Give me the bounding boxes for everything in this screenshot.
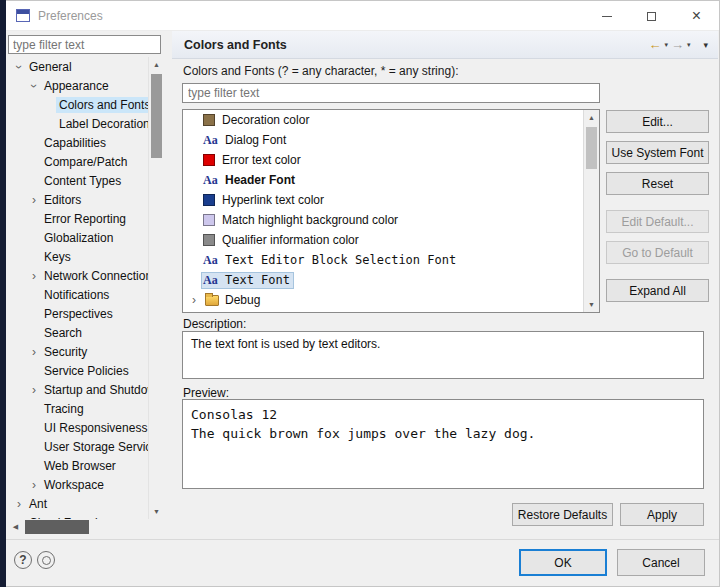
- tree-item-service-policies[interactable]: Service Policies: [8, 361, 148, 380]
- tree-item-tracing[interactable]: Tracing: [8, 399, 148, 418]
- chevron-expanded-icon[interactable]: ›: [12, 60, 26, 74]
- tree-item-web-browser[interactable]: Web Browser: [8, 456, 148, 475]
- list-item-text-font[interactable]: AaText Font: [183, 270, 583, 290]
- close-button[interactable]: ×: [674, 1, 719, 31]
- scroll-up-icon[interactable]: ▲: [149, 57, 164, 72]
- tree-item-user-storage-service[interactable]: User Storage Service: [8, 437, 148, 456]
- view-menu-icon[interactable]: ▾: [703, 40, 708, 50]
- chevron-expanded-icon[interactable]: ›: [27, 79, 41, 93]
- description-label: Description:: [183, 317, 246, 331]
- chevron-collapsed-icon[interactable]: ›: [27, 345, 41, 359]
- tree-item-compare-patch[interactable]: Compare/Patch: [8, 152, 148, 171]
- forward-menu-caret-icon[interactable]: ▾: [687, 41, 691, 49]
- edit-button[interactable]: Edit...: [606, 110, 709, 133]
- list-item-label: Decoration color: [222, 113, 309, 127]
- list-item-label: Debug: [225, 293, 260, 307]
- expand-all-button[interactable]: Expand All: [606, 279, 709, 302]
- reset-button[interactable]: Reset: [606, 172, 709, 195]
- scroll-down-icon[interactable]: ▼: [149, 504, 164, 519]
- list-item-label: Text Font: [225, 273, 290, 287]
- tree-item-general[interactable]: ›General: [8, 57, 148, 76]
- list-item-dialog-font[interactable]: AaDialog Font: [183, 130, 583, 150]
- tree-item-network-connections[interactable]: ›Network Connections: [8, 266, 148, 285]
- chevron-collapsed-icon[interactable]: ›: [27, 193, 41, 207]
- forward-icon[interactable]: →: [671, 37, 684, 52]
- tree-item-ant[interactable]: ›Ant: [8, 494, 148, 513]
- list-item-decoration-color[interactable]: Decoration color: [183, 110, 583, 130]
- preview-label: Preview:: [183, 386, 229, 400]
- chevron-collapsed-icon[interactable]: ›: [187, 293, 201, 307]
- list-item-label: Match highlight background color: [222, 213, 398, 227]
- tree-item-label-decorations[interactable]: Label Decorations: [8, 114, 148, 133]
- back-menu-caret-icon[interactable]: ▾: [664, 41, 668, 49]
- use-system-font-button[interactable]: Use System Font: [606, 141, 709, 164]
- tree-item-label: Workspace: [41, 477, 107, 493]
- chevron-collapsed-icon[interactable]: ›: [27, 383, 41, 397]
- list-item-content: Qualifier information color: [201, 232, 363, 248]
- scroll-down-icon[interactable]: ▼: [584, 297, 599, 312]
- minimize-button[interactable]: [584, 1, 629, 31]
- scroll-up-icon[interactable]: ▲: [584, 110, 599, 125]
- scroll-left-icon[interactable]: ◀: [8, 519, 23, 534]
- list-item-text-editor-block-selection-font[interactable]: AaText Editor Block Selection Font: [183, 250, 583, 270]
- color-swatch-icon: [203, 234, 215, 246]
- tree-item-perspectives[interactable]: Perspectives: [8, 304, 148, 323]
- ok-button[interactable]: OK: [519, 549, 607, 576]
- description-box: The text font is used by text editors.: [182, 331, 704, 379]
- tree-item-editors[interactable]: ›Editors: [8, 190, 148, 209]
- chevron-collapsed-icon[interactable]: ›: [27, 478, 41, 492]
- tree-item-label: Tracing: [41, 401, 87, 417]
- titlebar[interactable]: Preferences ×: [6, 1, 719, 31]
- color-swatch-icon: [203, 154, 215, 166]
- scrollbar-thumb[interactable]: [25, 520, 89, 534]
- list-scrollbar[interactable]: ▲ ▼: [583, 110, 599, 312]
- cancel-button[interactable]: Cancel: [617, 549, 705, 576]
- description-text: The text font is used by text editors.: [191, 337, 380, 351]
- chevron-collapsed-icon[interactable]: ›: [12, 497, 26, 511]
- restore-defaults-button[interactable]: Restore Defaults: [512, 503, 613, 526]
- tree-item-workspace[interactable]: ›Workspace: [8, 475, 148, 494]
- list-item-debug[interactable]: ›Debug: [183, 290, 583, 310]
- tree-item-notifications[interactable]: Notifications: [8, 285, 148, 304]
- font-sample-icon: Aa: [203, 253, 221, 268]
- tree-item-error-reporting[interactable]: Error Reporting: [8, 209, 148, 228]
- fonts-filter-input[interactable]: [182, 83, 600, 103]
- apply-button[interactable]: Apply: [620, 503, 704, 526]
- back-icon[interactable]: ←: [648, 37, 661, 52]
- maximize-button[interactable]: [629, 1, 674, 31]
- tree-item-label: Error Reporting: [41, 211, 129, 227]
- list-item-error-text-color[interactable]: Error text color: [183, 150, 583, 170]
- tree-item-ui-responsiveness[interactable]: UI Responsiveness: [8, 418, 148, 437]
- filter-label: Colors and Fonts (? = any character, * =…: [183, 64, 458, 78]
- tree-vertical-scrollbar[interactable]: ▲ ▼: [148, 57, 163, 519]
- list-item-qualifier-information-color[interactable]: Qualifier information color: [183, 230, 583, 250]
- app-icon: [16, 9, 30, 22]
- color-swatch-icon: [203, 194, 215, 206]
- tree-item-capabilities[interactable]: Capabilities: [8, 133, 148, 152]
- window-controls: ×: [584, 1, 719, 31]
- tree-item-colors-and-fonts[interactable]: Colors and Fonts: [8, 95, 148, 114]
- list-item-hyperlink-text-color[interactable]: Hyperlink text color: [183, 190, 583, 210]
- scrollbar-thumb[interactable]: [586, 127, 597, 169]
- tree-item-globalization[interactable]: Globalization: [8, 228, 148, 247]
- tree-item-label: Label Decorations: [56, 116, 148, 132]
- list-item-header-font[interactable]: AaHeader Font: [183, 170, 583, 190]
- chevron-collapsed-icon[interactable]: ›: [27, 269, 41, 283]
- list-item-label: Qualifier information color: [222, 233, 359, 247]
- tree-item-startup-and-shutdown[interactable]: ›Startup and Shutdown: [8, 380, 148, 399]
- tree-item-label: Compare/Patch: [41, 154, 130, 170]
- tree-item-appearance[interactable]: ›Appearance: [8, 76, 148, 95]
- list-item-match-highlight-background-color[interactable]: Match highlight background color: [183, 210, 583, 230]
- tree-item-keys[interactable]: Keys: [8, 247, 148, 266]
- tree-filter-input[interactable]: [8, 35, 161, 54]
- tree-horizontal-scrollbar[interactable]: ◀: [8, 519, 148, 535]
- scrollbar-thumb[interactable]: [151, 74, 162, 158]
- category-folder-icon: [205, 295, 219, 306]
- tree-item-security[interactable]: ›Security: [8, 342, 148, 361]
- list-item-content: AaText Editor Block Selection Font: [201, 252, 460, 269]
- list-item-content: Hyperlink text color: [201, 192, 328, 208]
- tree-item-search[interactable]: Search: [8, 323, 148, 342]
- tree-item-content-types[interactable]: Content Types: [8, 171, 148, 190]
- preference-recorder-icon[interactable]: [37, 551, 55, 569]
- help-icon[interactable]: ?: [14, 551, 32, 569]
